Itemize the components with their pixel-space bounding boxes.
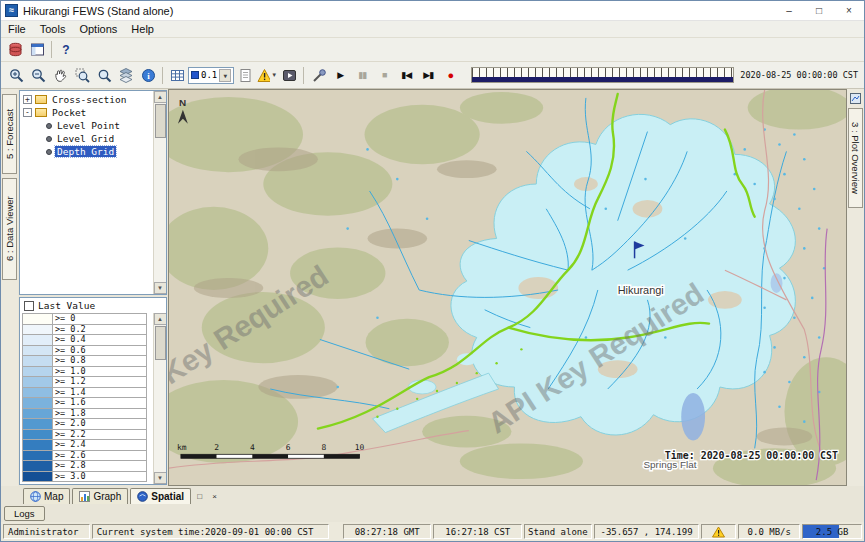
globe-icon: [30, 491, 41, 502]
layers-tree-panel: + Cross-section - Pocket Level Point: [19, 90, 167, 295]
explorer-panel-button[interactable]: [26, 39, 48, 60]
legend-scrollbar[interactable]: ▲ ▼: [153, 313, 166, 484]
toolbar-separator: [51, 41, 52, 58]
title-bar: ≈ Hikurangi FEWS (Stand alone) – □ ×: [1, 1, 864, 21]
tab-graph[interactable]: Graph: [72, 488, 128, 504]
layers-icon: [118, 67, 134, 83]
status-network: 0.0 MB/s: [738, 524, 800, 539]
grid-display-button[interactable]: [166, 65, 188, 86]
warnings-dropdown-button[interactable]: ▼: [256, 65, 278, 86]
legend-label: >= 3.0: [53, 472, 147, 483]
panel-restore-button[interactable]: □: [193, 490, 206, 503]
legend-row: >= 0: [23, 314, 147, 325]
scroll-up-icon[interactable]: ▲: [154, 91, 167, 103]
profile-tool-button[interactable]: [307, 65, 329, 86]
legend-panel: Last Value >= 0 >= 0.2 >= 0.4 >= 0.6 >= …: [19, 297, 167, 485]
document-icon: [238, 68, 253, 83]
zoom-extent-icon: [75, 68, 90, 83]
menu-options[interactable]: Options: [72, 23, 124, 35]
spatial-icon: [137, 491, 148, 502]
scroll-down-icon[interactable]: ▼: [154, 282, 167, 294]
tab-data-viewer[interactable]: 6 : Data Viewer: [2, 178, 17, 280]
legend-row: >= 0.8: [23, 356, 147, 367]
minimize-button[interactable]: –: [774, 1, 804, 20]
svg-text:8: 8: [321, 443, 326, 452]
record-icon: ●: [447, 69, 453, 81]
tab-forecast[interactable]: 5 : Forecast: [2, 94, 17, 174]
svg-text:N: N: [179, 97, 186, 108]
status-memory: 2.5 GB: [802, 524, 862, 539]
legend-row: >= 2.0: [23, 419, 147, 430]
legend-row: >= 0.4: [23, 335, 147, 346]
legend-swatch: [23, 314, 53, 325]
zoom-extent-button[interactable]: [71, 65, 93, 86]
tree-item-label-selected: Depth Grid: [55, 146, 116, 157]
pause-button[interactable]: ▮▮: [351, 65, 373, 86]
logs-button[interactable]: Logs: [4, 506, 45, 521]
skip-start-icon: ▮◀: [401, 70, 411, 80]
animation-button[interactable]: [278, 65, 300, 86]
layers-button[interactable]: [115, 65, 137, 86]
scrollbar-thumb[interactable]: [155, 326, 166, 360]
skip-to-end-button[interactable]: ▶▮: [417, 65, 439, 86]
status-local-time: 16:27:18 CST: [433, 524, 522, 539]
help-button[interactable]: ?: [55, 39, 77, 60]
skip-to-start-button[interactable]: ▮◀: [395, 65, 417, 86]
tree-scrollbar[interactable]: ▲ ▼: [153, 91, 166, 294]
pan-button[interactable]: [49, 65, 71, 86]
tree-item-cross-section[interactable]: + Cross-section: [20, 93, 153, 106]
tree-item-level-grid[interactable]: Level Grid: [20, 132, 153, 145]
legend-swatch: [23, 377, 53, 388]
legend-swatch: [23, 398, 53, 409]
scroll-up-icon[interactable]: ▲: [154, 313, 167, 325]
zoom-previous-icon: [97, 68, 112, 83]
chevron-down-icon[interactable]: ▼: [219, 69, 231, 82]
tab-label: Map: [44, 491, 63, 502]
tree-item-pocket[interactable]: - Pocket: [20, 106, 153, 119]
maximize-button[interactable]: □: [804, 1, 834, 20]
expand-icon[interactable]: +: [23, 95, 32, 104]
tab-map[interactable]: Map: [23, 488, 70, 504]
opacity-dropdown[interactable]: 0.1 ▼: [188, 67, 234, 84]
play-button[interactable]: ▶: [329, 65, 351, 86]
legend-header: Last Value: [20, 298, 166, 313]
menu-file[interactable]: File: [1, 23, 33, 35]
menu-tools[interactable]: Tools: [33, 23, 73, 35]
layers-tree: + Cross-section - Pocket Level Point: [20, 91, 153, 294]
tree-item-level-point[interactable]: Level Point: [20, 119, 153, 132]
database-button[interactable]: [4, 39, 26, 60]
left-panel: + Cross-section - Pocket Level Point: [18, 89, 168, 486]
document-button[interactable]: [234, 65, 256, 86]
record-button[interactable]: ●: [439, 65, 461, 86]
zoom-out-button[interactable]: [27, 65, 49, 86]
legend-swatch: [23, 440, 53, 451]
help-icon: ?: [62, 43, 69, 57]
info-icon: i: [141, 68, 156, 83]
zoom-in-button[interactable]: [5, 65, 27, 86]
time-slider[interactable]: [471, 67, 734, 83]
panel-close-button[interactable]: ×: [208, 490, 221, 503]
info-button[interactable]: i: [137, 65, 159, 86]
right-tab-strip: 3 : Plot Overview: [847, 89, 864, 486]
stop-button[interactable]: ■: [373, 65, 395, 86]
close-button[interactable]: ×: [834, 1, 864, 20]
bottom-tab-bar: Map Graph Spatial □ ×: [1, 486, 864, 504]
tab-spatial[interactable]: Spatial: [130, 488, 191, 504]
status-gmt-time: 08:27:18 GMT: [343, 524, 432, 539]
layer-point-icon: [46, 136, 52, 142]
zoom-previous-button[interactable]: [93, 65, 115, 86]
last-value-checkbox[interactable]: [24, 301, 34, 311]
tree-item-depth-grid[interactable]: Depth Grid: [20, 145, 153, 158]
collapse-icon[interactable]: -: [23, 108, 32, 117]
main-area: 5 : Forecast 6 : Data Viewer + Cross-sec…: [1, 89, 864, 486]
legend-label: >= 2.8: [53, 461, 147, 472]
status-warning-cell[interactable]: [701, 524, 736, 539]
svg-text:4: 4: [250, 443, 255, 452]
explorer-icon: [30, 42, 45, 57]
map-view[interactable]: API Key Required API Key Required Hikura…: [168, 89, 847, 486]
tab-plot-overview[interactable]: 3 : Plot Overview: [848, 108, 863, 208]
menu-help[interactable]: Help: [124, 23, 161, 35]
scrollbar-thumb[interactable]: [155, 104, 166, 138]
scroll-down-icon[interactable]: ▼: [154, 472, 167, 484]
svg-text:2: 2: [214, 443, 219, 452]
